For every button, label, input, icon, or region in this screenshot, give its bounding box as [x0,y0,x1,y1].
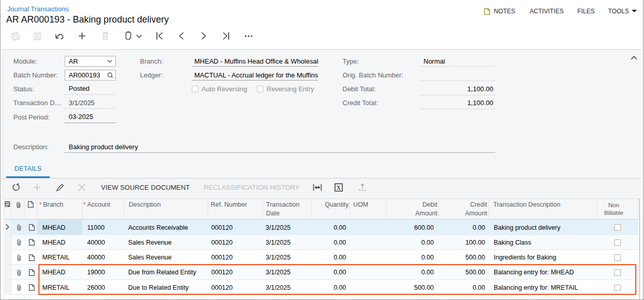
svg-text:X: X [336,185,341,191]
